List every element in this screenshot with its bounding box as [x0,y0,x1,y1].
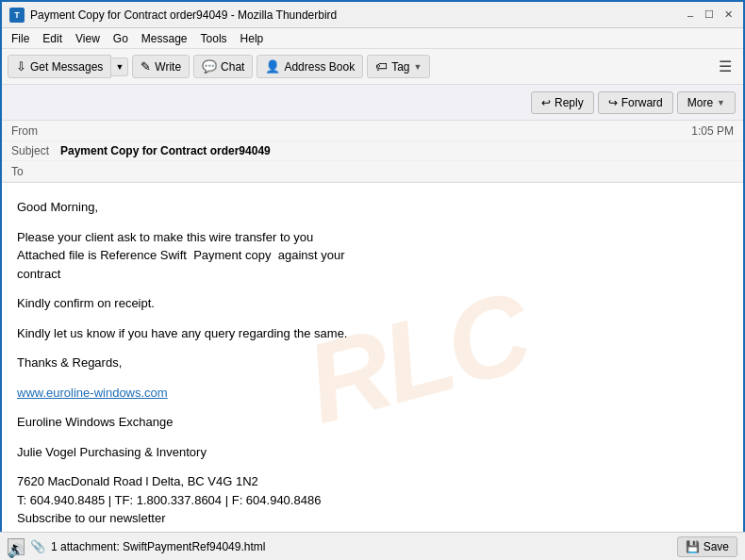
from-row: From 1:05 PM [2,121,743,141]
speaker-icon: 🔊 [8,543,24,558]
menu-edit[interactable]: Edit [37,30,68,47]
from-label: From [11,124,60,138]
forward-label: Forward [621,96,663,109]
address-book-label: Address Book [284,60,355,74]
tag-label: Tag [391,60,409,74]
title-bar: T Payment Copy for Contract order94049 -… [2,2,743,28]
forward-button[interactable]: ↪ Forward [598,91,673,114]
save-button[interactable]: 💾 Save [677,536,737,557]
menu-tools[interactable]: Tools [195,30,233,47]
tag-button[interactable]: 🏷 Tag ▼ [367,55,430,78]
toolbar: ⇩ Get Messages ▼ ✎ Write 💬 Chat 👤 Addres… [2,49,743,85]
close-button[interactable]: ✕ [720,8,736,23]
menu-view[interactable]: View [70,30,106,47]
email-body: RLC Good Morning, Please your client ask… [2,183,743,532]
window-controls[interactable]: – ☐ ✕ [683,8,736,23]
get-messages-button[interactable]: ⇩ Get Messages [8,55,111,78]
forward-icon: ↪ [608,96,618,109]
paperclip-icon: 📎 [30,539,45,553]
chat-icon: 💬 [202,59,217,74]
attachment-bar: ► 📎 1 attachment: SwiftPaymentRef94049.h… [0,532,745,560]
save-icon: 💾 [686,540,700,553]
app-icon: T [9,8,25,23]
to-label: To [11,165,60,178]
window-title: Payment Copy for Contract order94049 - M… [30,8,683,22]
menu-help[interactable]: Help [235,30,270,47]
body-greeting: Good Morning, [17,198,728,217]
body-contact-person: Julie Vogel Purchasing & Inventory [17,443,728,462]
reply-label: Reply [555,96,584,109]
get-messages-label: Get Messages [30,60,103,74]
menu-bar: File Edit View Go Message Tools Help [2,28,743,49]
email-header: From 1:05 PM Subject Payment Copy for Co… [2,121,743,183]
body-address: 7620 MacDonald Road l Delta, BC V4G 1N2T… [17,472,728,528]
more-dropdown-arrow: ▼ [717,98,725,107]
toolbar-overflow-button[interactable]: ☰ [713,54,737,79]
write-label: Write [155,60,181,74]
action-bar: ↩ Reply ↪ Forward More ▼ [2,85,743,121]
get-messages-group[interactable]: ⇩ Get Messages ▼ [8,55,128,78]
save-label: Save [704,540,729,553]
attachment-text: 1 attachment: SwiftPaymentRef94049.html [51,540,671,553]
more-label: More [687,96,713,109]
write-button[interactable]: ✎ Write [132,55,190,78]
menu-go[interactable]: Go [108,30,134,47]
body-paragraph-3: Kindly let us know if you have any query… [17,324,728,343]
chat-label: Chat [221,60,244,74]
body-paragraph-1: Please your client ask to make this wire… [17,228,728,284]
get-messages-dropdown[interactable]: ▼ [111,58,128,76]
tag-dropdown-arrow: ▼ [414,62,422,72]
email-time: 1:05 PM [691,124,734,138]
subject-row: Subject Payment Copy for Contract order9… [2,141,743,161]
tag-icon: 🏷 [375,59,388,74]
to-row: To [2,161,743,182]
website-link[interactable]: www.euroline-windows.com [17,386,168,400]
maximize-button[interactable]: ☐ [702,8,717,23]
get-messages-icon: ⇩ [16,59,26,74]
write-icon: ✎ [141,59,151,74]
subject-label: Subject [11,144,60,157]
body-company: Euroline Windows Exchange [17,413,728,432]
minimize-button[interactable]: – [683,8,698,23]
more-button[interactable]: More ▼ [677,91,736,114]
body-paragraph-2: Kindly confirm on receipt. [17,294,728,313]
chat-button[interactable]: 💬 Chat [193,55,253,78]
subject-value: Payment Copy for Contract order94049 [60,144,271,157]
address-book-button[interactable]: 👤 Address Book [257,55,363,78]
body-link-line[interactable]: www.euroline-windows.com [17,384,728,403]
menu-message[interactable]: Message [136,30,193,47]
reply-icon: ↩ [541,96,551,109]
address-book-icon: 👤 [265,59,280,74]
menu-file[interactable]: File [6,30,35,47]
body-regards: Thanks & Regards, [17,354,728,372]
reply-button[interactable]: ↩ Reply [531,91,594,114]
